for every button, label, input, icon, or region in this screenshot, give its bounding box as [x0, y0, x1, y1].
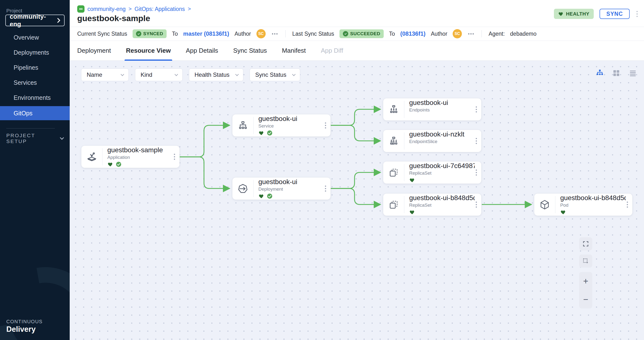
node-application-guestbook-sample[interactable]: guestbook-sample Application	[81, 146, 180, 168]
node-kind: ReplicaSet	[409, 202, 475, 208]
healthy-heart-icon	[258, 130, 264, 136]
sidebar-divider	[6, 128, 55, 128]
agent-label: Agent:	[488, 30, 505, 37]
node-endpoints-guestbook-ui[interactable]: guestbook-ui Endpoints	[383, 98, 481, 120]
node-replicaset-guestbook-ui-7c64987dc9[interactable]: guestbook-ui-7c64987dc9 ReplicaSet	[383, 162, 481, 184]
divider	[285, 30, 286, 38]
view-mode-toolbar	[596, 68, 644, 78]
gitops-logo-icon	[77, 5, 84, 13]
sidebar-item-pipelines[interactable]: Pipelines	[0, 60, 70, 74]
project-setup-toggle[interactable]: PROJECT SETUP	[6, 132, 64, 144]
sidebar-item-deployments[interactable]: Deployments	[0, 46, 70, 60]
tab-resource-view[interactable]: Resource View	[126, 41, 171, 61]
filter-sync-status-dropdown[interactable]: Sync Status	[250, 68, 300, 81]
node-title: guestbook-ui-b848d5d9...	[560, 194, 626, 202]
node-pod-guestbook-ui-b848d5d9[interactable]: guestbook-ui-b848d5d9... Pod	[534, 194, 632, 216]
node-menu-button[interactable]	[324, 122, 327, 130]
node-kind: Service	[258, 123, 324, 129]
service-icon	[232, 120, 253, 131]
deployment-icon	[232, 183, 253, 194]
node-title: guestbook-ui-7c64987dc9	[409, 162, 475, 170]
heart-icon	[558, 11, 564, 16]
breadcrumb: community-eng > GitOps: Applications >	[77, 5, 191, 13]
current-sync-status-label: Current Sync Status	[77, 30, 127, 37]
commit-details-button[interactable]	[271, 32, 278, 36]
node-kind: Application	[107, 155, 173, 160]
healthy-heart-icon	[258, 193, 264, 199]
check-circle-icon	[343, 31, 348, 36]
node-title: guestbook-ui-nzklt	[409, 130, 475, 138]
list-view-icon[interactable]	[628, 69, 637, 78]
synced-check-icon	[116, 162, 122, 167]
grid-view-icon[interactable]	[612, 69, 621, 78]
brand-logo: CONTINUOUS Delivery	[6, 319, 42, 334]
breadcrumb-project-link[interactable]: community-eng	[88, 6, 126, 12]
node-kind: Deployment	[258, 186, 324, 192]
node-menu-button[interactable]	[475, 200, 478, 208]
tab-app-diff: App Diff	[321, 41, 343, 61]
to-label: To	[172, 30, 178, 37]
tab-manifest[interactable]: Manifest	[282, 41, 306, 61]
application-icon	[81, 151, 102, 163]
chevron-down-icon	[235, 72, 239, 76]
fit-selection-button[interactable]	[579, 254, 592, 268]
node-kind: Endpoints	[409, 107, 475, 113]
node-menu-button[interactable]	[475, 168, 478, 176]
endpointslice-icon	[383, 136, 404, 147]
last-sync-target-link[interactable]: (08136f1)	[400, 30, 426, 37]
breadcrumb-separator: >	[128, 6, 132, 12]
healthy-heart-icon	[409, 209, 415, 215]
sidebar-item-gitops[interactable]: GitOps	[0, 106, 70, 120]
node-menu-button[interactable]	[173, 153, 176, 161]
zoom-in-button[interactable]: +	[583, 277, 588, 286]
fullscreen-icon	[582, 240, 589, 247]
header-more-menu-button[interactable]	[636, 10, 639, 18]
zoom-out-button[interactable]: −	[583, 295, 588, 304]
author-avatar: SC	[256, 29, 266, 38]
tab-sync-status[interactable]: Sync Status	[233, 41, 267, 61]
current-sync-target-link[interactable]: master (08136f1)	[183, 30, 229, 37]
replicaset-icon	[383, 199, 404, 210]
node-service-guestbook-ui[interactable]: guestbook-ui Service	[232, 114, 330, 136]
node-title: guestbook-ui	[409, 99, 475, 106]
node-endpointslice-guestbook-ui-nzklt[interactable]: guestbook-ui-nzklt EndpointSlice	[383, 130, 481, 152]
chevron-down-icon	[174, 72, 178, 76]
zoom-control: + −	[579, 272, 592, 308]
check-circle-icon	[136, 31, 141, 36]
chevron-down-icon	[60, 136, 64, 140]
chevron-down-icon	[292, 72, 296, 76]
node-menu-button[interactable]	[324, 184, 327, 192]
tab-deployment[interactable]: Deployment	[77, 41, 111, 61]
author-label: Author	[431, 30, 447, 37]
commit-details-button[interactable]	[467, 32, 475, 36]
fullscreen-button[interactable]	[579, 237, 592, 250]
healthy-heart-icon	[409, 177, 415, 183]
sidebar-item-overview[interactable]: Overview	[0, 30, 70, 44]
sidebar: Project community-eng Overview Deploymen…	[0, 0, 70, 340]
healthy-heart-icon	[560, 209, 566, 215]
node-deployment-guestbook-ui[interactable]: guestbook-ui Deployment	[232, 178, 330, 200]
filter-health-status-dropdown[interactable]: Health Status	[189, 68, 243, 81]
node-title: guestbook-ui-b848d5d9d	[409, 194, 475, 202]
node-replicaset-guestbook-ui-b848d5d9d[interactable]: guestbook-ui-b848d5d9d ReplicaSet	[383, 194, 481, 216]
project-name: community-eng	[10, 13, 57, 28]
sync-button[interactable]: SYNC	[600, 9, 630, 19]
sidebar-item-environments[interactable]: Environments	[0, 90, 70, 105]
filter-bar: Name Kind Health Status Sync Status	[81, 68, 300, 81]
node-menu-button[interactable]	[475, 106, 478, 114]
tab-app-details[interactable]: App Details	[186, 41, 218, 61]
author-label: Author	[234, 30, 251, 37]
filter-name-dropdown[interactable]: Name	[81, 68, 129, 81]
breadcrumb-applications-link[interactable]: GitOps: Applications	[134, 6, 185, 12]
node-menu-button[interactable]	[626, 200, 629, 208]
node-menu-button[interactable]	[475, 137, 478, 145]
tree-view-icon[interactable]	[596, 69, 604, 78]
project-selector[interactable]: community-eng	[5, 14, 64, 26]
selection-icon	[582, 258, 589, 264]
sidebar-item-services[interactable]: Services	[0, 76, 70, 90]
last-sync-status-label: Last Sync Status	[292, 30, 334, 37]
health-status-badge: HEALTHY	[554, 9, 594, 19]
succeeded-badge: SUCCEEDED	[340, 30, 384, 38]
filter-kind-dropdown[interactable]: Kind	[135, 68, 182, 81]
pod-icon	[534, 199, 555, 210]
